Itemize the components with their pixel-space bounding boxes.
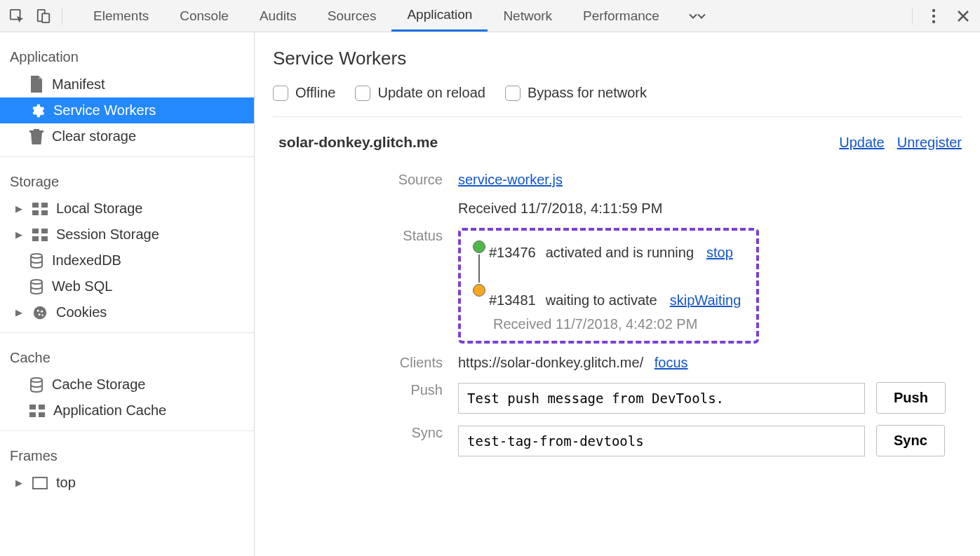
focus-link[interactable]: focus [655, 355, 688, 370]
sidebar-item-indexeddb[interactable]: IndexedDB [0, 248, 254, 273]
tab-elements[interactable]: Elements [78, 0, 164, 32]
tab-audits[interactable]: Audits [244, 0, 312, 32]
status-label: Status [295, 225, 443, 344]
database-icon [29, 279, 43, 294]
sidebar-item-service-workers[interactable]: Service Workers [0, 97, 254, 123]
sidebar-item-label: Clear storage [52, 128, 136, 144]
svg-point-19 [39, 313, 41, 316]
source-label: Source [295, 169, 443, 217]
svg-point-20 [41, 314, 43, 316]
stop-link[interactable]: stop [706, 245, 733, 261]
option-offline[interactable]: Offline [273, 85, 335, 101]
more-tabs-icon[interactable] [675, 0, 720, 32]
sidebar-group-cache: Cache [0, 340, 254, 372]
sidebar-item-clear-storage[interactable]: Clear storage [0, 123, 254, 149]
sidebar-group-frames: Frames [0, 438, 254, 470]
svg-point-15 [31, 280, 42, 284]
push-label: Push [295, 379, 443, 414]
svg-rect-8 [32, 210, 39, 215]
registration-origin: solar-donkey.glitch.me [278, 134, 438, 151]
svg-rect-7 [41, 203, 48, 208]
tab-sources[interactable]: Sources [312, 0, 392, 32]
expand-triangle-icon: ▶ [14, 307, 24, 318]
clients-label: Clients [295, 352, 443, 371]
service-worker-options: Offline Update on reload Bypass for netw… [273, 85, 962, 101]
page-title: Service Workers [273, 48, 962, 69]
status-received: Received 11/7/2018, 4:42:02 PM [469, 316, 741, 332]
client-url: https://solar-donkey.glitch.me/ [458, 355, 643, 370]
sidebar-item-frame-top[interactable]: ▶ top [0, 470, 254, 496]
svg-point-18 [41, 310, 43, 312]
kebab-menu-icon[interactable] [925, 8, 942, 25]
toggle-device-icon[interactable] [35, 8, 52, 25]
svg-point-21 [31, 378, 42, 382]
option-label: Bypass for network [528, 85, 647, 101]
push-button[interactable]: Push [876, 382, 946, 414]
status-entry-id: #13481 [489, 292, 536, 308]
file-icon [29, 76, 43, 93]
svg-rect-26 [33, 477, 47, 489]
checkbox-icon[interactable] [505, 86, 521, 101]
expand-triangle-icon: ▶ [14, 477, 24, 488]
source-file-link[interactable]: service-worker.js [458, 172, 563, 187]
svg-point-3 [932, 8, 935, 11]
option-update-on-reload[interactable]: Update on reload [355, 85, 485, 101]
status-entry-text: activated and is running [546, 245, 694, 261]
svg-rect-13 [41, 236, 48, 241]
tab-network[interactable]: Network [488, 0, 568, 32]
status-dot-orange-icon [473, 284, 485, 297]
svg-rect-2 [42, 13, 49, 22]
unregister-link[interactable]: Unregister [897, 135, 962, 151]
svg-point-5 [932, 20, 935, 22]
status-highlight-box: #13476 activated and is running stop #13… [458, 228, 759, 344]
checkbox-icon[interactable] [273, 86, 288, 101]
option-bypass-for-network[interactable]: Bypass for network [505, 85, 647, 101]
trash-icon [29, 129, 43, 144]
tabbar-left-controls [8, 8, 62, 25]
devtools-tabbar: Elements Console Audits Sources Applicat… [0, 0, 980, 32]
svg-rect-9 [41, 210, 48, 215]
svg-point-4 [932, 14, 935, 17]
sync-button[interactable]: Sync [876, 425, 945, 456]
tab-console[interactable]: Console [164, 0, 244, 32]
sidebar-item-label: Web SQL [52, 278, 112, 294]
sidebar-item-session-storage[interactable]: ▶ Session Storage [0, 222, 254, 248]
sidebar-item-label: Session Storage [56, 226, 159, 243]
update-link[interactable]: Update [839, 135, 885, 151]
push-message-input[interactable] [458, 383, 865, 414]
option-label: Offline [295, 85, 335, 101]
sidebar-item-manifest[interactable]: Manifest [0, 71, 254, 97]
tab-application[interactable]: Application [391, 0, 488, 32]
svg-rect-11 [41, 229, 48, 233]
sidebar-item-application-cache[interactable]: Application Cache [0, 398, 254, 423]
tab-performance[interactable]: Performance [568, 0, 675, 32]
sidebar-group-storage: Storage [0, 164, 254, 196]
content-pane: Service Workers Offline Update on reload… [255, 32, 980, 556]
database-icon [29, 253, 43, 269]
expand-triangle-icon: ▶ [14, 229, 24, 240]
sidebar-item-label: IndexedDB [52, 252, 121, 269]
svg-point-16 [34, 306, 46, 318]
panel-tabs: Elements Console Audits Sources Applicat… [78, 0, 909, 32]
skipwaiting-link[interactable]: skipWaiting [670, 292, 741, 308]
checkbox-icon[interactable] [355, 86, 370, 101]
sidebar-item-websql[interactable]: Web SQL [0, 273, 254, 299]
inspect-element-icon[interactable] [8, 8, 25, 25]
sidebar-item-label: top [56, 475, 76, 491]
database-icon [29, 377, 43, 393]
status-connector-icon [478, 255, 480, 283]
sidebar-item-label: Manifest [52, 76, 105, 93]
sidebar-item-label: Cookies [56, 304, 107, 320]
service-worker-registration: solar-donkey.glitch.me Update Unregister… [273, 134, 962, 456]
svg-rect-6 [32, 203, 39, 208]
sync-tag-input[interactable] [458, 426, 865, 456]
sidebar-item-cookies[interactable]: ▶ Cookies [0, 299, 254, 325]
tabbar-right-controls [912, 8, 972, 25]
expand-triangle-icon: ▶ [14, 203, 24, 214]
application-sidebar: Application Manifest Service Workers Cle… [0, 32, 255, 556]
cookie-icon [32, 305, 48, 320]
sidebar-item-local-storage[interactable]: ▶ Local Storage [0, 196, 254, 222]
close-icon[interactable] [955, 8, 972, 25]
sidebar-item-cache-storage[interactable]: Cache Storage [0, 372, 254, 398]
svg-rect-22 [29, 405, 36, 409]
